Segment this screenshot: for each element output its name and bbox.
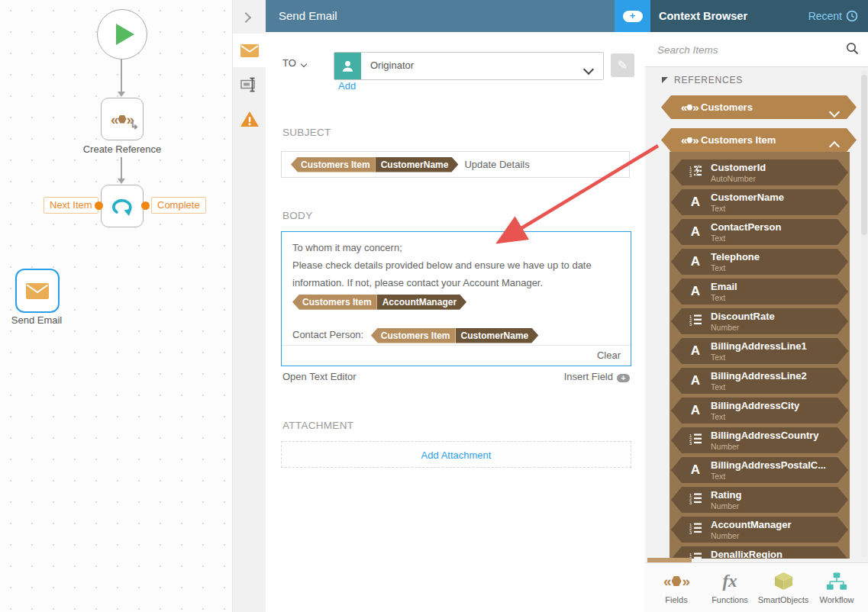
scrollbar-thumb[interactable] [861, 75, 867, 235]
connector-arrow [118, 179, 125, 184]
reference-icon: «» [681, 134, 699, 146]
tab-properties[interactable] [233, 70, 266, 99]
add-attachment-link[interactable]: Add Attachment [421, 449, 492, 461]
field-item-CustomerId[interactable]: 123CustomerIdAutoNumber [671, 159, 848, 185]
context-browser-tab-bar: «» Fields fx Functions SmartObjects [645, 562, 868, 612]
send-email-node-label: Send Email [6, 314, 67, 326]
svg-text:3: 3 [689, 530, 692, 535]
loop-complete-label[interactable]: Complete [151, 197, 206, 214]
field-item-BillingAddressLine1[interactable]: ABillingAddressLine1Text [671, 338, 848, 364]
body-token-accountmanager[interactable]: Customers ItemAccountManager [292, 295, 466, 310]
to-recipient-select[interactable]: Originator [334, 52, 604, 80]
context-browser-toggle-button[interactable]: + [615, 0, 650, 32]
body-editor[interactable]: To whom it may concern; Please check det… [281, 231, 631, 366]
to-field-selector[interactable]: TO [282, 57, 306, 69]
field-item-Email[interactable]: AEmailText [671, 279, 848, 304]
editor-header: Send Email [266, 0, 645, 32]
edit-recipient-button[interactable]: ✎ [611, 53, 634, 77]
warning-icon [240, 111, 260, 127]
clock-icon [846, 10, 858, 22]
smartobjects-icon [773, 571, 794, 591]
text-icon: A [691, 343, 700, 358]
tab-functions[interactable]: fx Functions [705, 572, 755, 604]
field-item-AccountManager[interactable]: 123AccountManagerNumber [671, 517, 848, 543]
person-icon [340, 59, 355, 73]
chevron-down-icon [301, 61, 307, 67]
context-browser-panel: Context Browser Recent REFERENCES «» Cus… [645, 0, 868, 612]
field-item-BillingAddressPostalC[interactable]: ABillingAddressPostalC...Text [671, 457, 848, 483]
field-item-CustomerName[interactable]: ACustomerNameText [671, 189, 848, 215]
loop-node[interactable] [101, 185, 144, 227]
subject-section-label: SUBJECT [282, 127, 331, 138]
field-item-ContactPerson[interactable]: AContactPersonText [671, 219, 848, 245]
field-type: Number [711, 501, 739, 511]
field-item-BillingAddressCity[interactable]: ABillingAddressCityText [671, 398, 848, 424]
text-icon: A [691, 373, 700, 388]
text-icon: A [691, 254, 700, 269]
start-node[interactable] [97, 9, 147, 60]
loop-next-item-label[interactable]: Next Item [44, 197, 98, 214]
play-icon [116, 24, 134, 45]
connector-line [121, 157, 122, 179]
workflow-canvas[interactable]: «»↳ Create Reference Next Item Complete … [0, 0, 233, 612]
field-type: Text [711, 263, 725, 272]
search-bar [645, 32, 868, 67]
collapse-panel-button[interactable] [242, 11, 250, 24]
loop-left-port[interactable] [95, 201, 103, 210]
collapse-triangle-icon [662, 77, 668, 83]
number-icon: 123 [689, 433, 702, 445]
vertical-scrollbar[interactable] [861, 70, 867, 557]
loop-right-port[interactable] [141, 201, 150, 210]
references-section-header[interactable]: REFERENCES [662, 75, 743, 85]
attachment-section-label: ATTACHMENT [282, 420, 353, 431]
field-list: 123CustomerIdAutoNumberACustomerNameText… [670, 152, 850, 559]
create-reference-node[interactable]: «»↳ [101, 98, 144, 140]
body-token-customername[interactable]: Customers ItemCustomerName [371, 328, 538, 343]
field-type: AutoNumber [711, 174, 756, 183]
tab-email[interactable] [233, 34, 266, 67]
open-text-editor-link[interactable]: Open Text Editor [282, 371, 357, 382]
field-type: Text [711, 204, 725, 213]
send-email-node[interactable] [15, 269, 60, 313]
tab-workflow[interactable]: Workflow [812, 572, 862, 604]
tab-smartobjects[interactable]: SmartObjects [758, 571, 808, 604]
field-name: CustomerId [711, 162, 766, 173]
tab-fields[interactable]: «» Fields [651, 572, 702, 604]
field-item-DiscountRate[interactable]: 123DiscountRateNumber [671, 308, 848, 334]
subject-input[interactable]: Customers ItemCustomerName Update Detail… [281, 151, 630, 178]
field-name: DiscountRate [711, 311, 775, 322]
tab-warnings[interactable] [233, 105, 266, 133]
field-item-Telephone[interactable]: ATelephoneText [671, 249, 848, 275]
field-item-DenallixRegion[interactable]: 123DenallixRegionNumber [671, 546, 848, 559]
field-item-BillingAddressLine2[interactable]: ABillingAddressLine2Text [671, 368, 848, 394]
field-name: CustomerName [711, 192, 784, 203]
field-item-BillingAddressCountry[interactable]: 123BillingAddressCountryNumber [671, 427, 848, 453]
field-name: BillingAddressLine2 [711, 370, 807, 382]
chevron-down-icon [831, 105, 838, 119]
connector-line [121, 60, 122, 92]
field-name: Email [711, 281, 737, 292]
field-type: Text [711, 234, 725, 243]
subject-token[interactable]: Customers ItemCustomerName [291, 157, 458, 172]
body-line: To whom it may concern; [292, 240, 620, 257]
field-name: Telephone [711, 251, 760, 263]
recent-button[interactable]: Recent [808, 0, 858, 32]
pencil-icon: ✎ [618, 58, 628, 72]
add-recipient-link[interactable]: Add [338, 80, 356, 92]
body-section-label: BODY [282, 210, 312, 221]
connector-arrow [118, 92, 125, 97]
create-reference-icon: «»↳ [111, 112, 134, 127]
reference-group-customers-item[interactable]: «» Customers Item [661, 128, 857, 152]
attachment-dropzone[interactable]: Add Attachment [281, 441, 631, 468]
field-name: BillingAddressLine1 [711, 340, 807, 352]
plus-oval-icon: + [623, 11, 643, 22]
clear-body-link[interactable]: Clear [597, 349, 621, 361]
number-icon: 123 [689, 314, 702, 326]
search-input[interactable] [656, 40, 834, 60]
editor-title: Send Email [266, 0, 645, 32]
field-item-Rating[interactable]: 123RatingNumber [671, 487, 848, 513]
functions-icon: fx [722, 572, 737, 591]
insert-field-link[interactable]: Insert Field+ [564, 371, 630, 382]
reference-group-customers[interactable]: «» Customers [661, 95, 857, 119]
subject-text: Update Details [464, 159, 529, 170]
